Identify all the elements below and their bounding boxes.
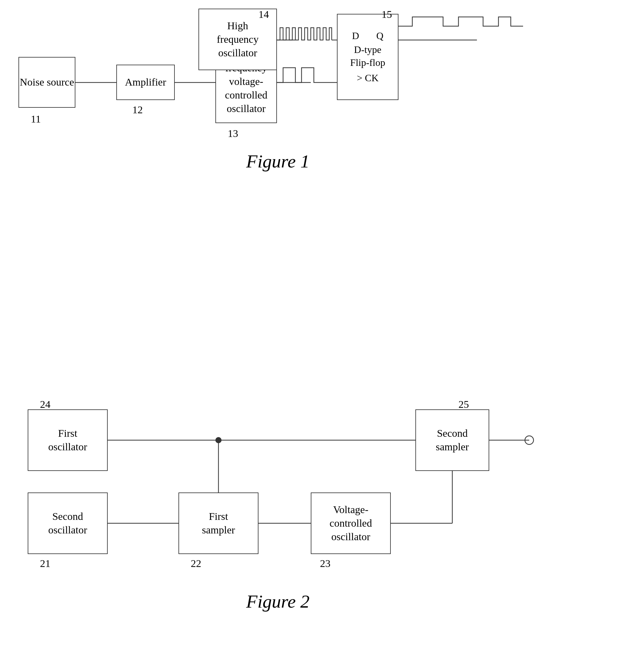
first-osc-number: 24	[40, 399, 51, 410]
first-osc-label: First oscillator	[48, 427, 87, 454]
noise-source-number: 11	[31, 113, 41, 125]
diagram-container: Noise source 11 Amplifier 12 Low frequen…	[0, 0, 644, 651]
lf-vco-number: 13	[228, 128, 238, 140]
second-osc-number: 21	[40, 558, 51, 569]
second-osc-box: Second oscillator	[28, 493, 108, 554]
dff-label: D Q D-type Flip-flop > CK	[350, 30, 385, 84]
vco-number: 23	[320, 558, 330, 569]
amplifier-label: Amplifier	[125, 75, 166, 89]
figure1-caption: Figure 1	[246, 151, 310, 172]
vco-label: Voltage- controlled oscillator	[329, 503, 372, 544]
first-sampler-label: First sampler	[202, 510, 235, 537]
second-sampler-box: Second sampler	[415, 409, 489, 471]
dff-number: 15	[382, 9, 392, 20]
noise-source-box: Noise source	[19, 57, 75, 108]
first-sampler-number: 22	[191, 558, 201, 569]
second-sampler-number: 25	[458, 399, 469, 410]
second-osc-label: Second oscillator	[48, 510, 87, 537]
hf-osc-label: High frequency oscillator	[217, 19, 259, 60]
first-osc-box: First oscillator	[28, 409, 108, 471]
svg-point-8	[215, 437, 222, 443]
amplifier-number: 12	[132, 104, 143, 116]
second-sampler-label: Second sampler	[436, 427, 469, 454]
vco-box: Voltage- controlled oscillator	[311, 493, 391, 554]
figure2-caption: Figure 2	[246, 591, 310, 612]
svg-point-15	[525, 436, 534, 444]
hf-osc-number: 14	[258, 9, 269, 20]
first-sampler-box: First sampler	[179, 493, 258, 554]
amplifier-box: Amplifier	[116, 65, 175, 100]
noise-source-label: Noise source	[20, 75, 74, 89]
dff-box: D Q D-type Flip-flop > CK	[337, 14, 398, 100]
